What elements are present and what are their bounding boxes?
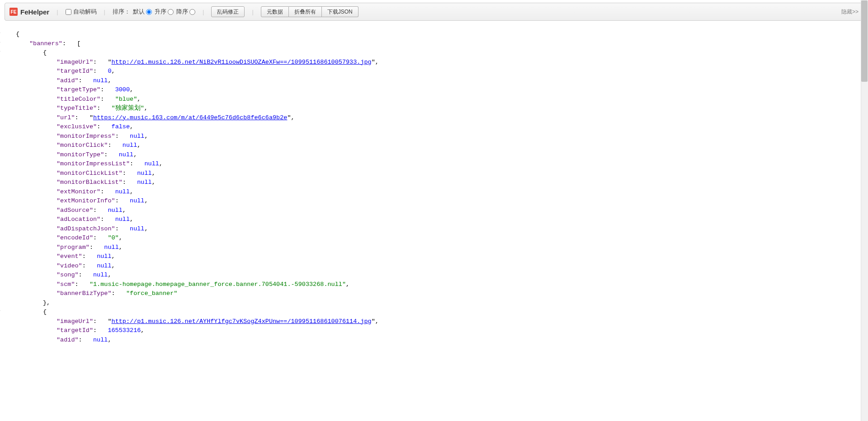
button-group: 元数据 折叠所有 下载JSON [261, 6, 359, 17]
json-row: "adid": null, [2, 336, 868, 345]
json-row: "encodeId": "0", [2, 234, 868, 243]
hide-toolbar-link[interactable]: 隐藏>> [841, 8, 859, 16]
json-row: "adSource": null, [2, 206, 868, 215]
toolbar: FE FeHelper | 自动解码 | 排序： 默认 升序 降序 | 乱码修正… [5, 3, 863, 21]
metadata-button[interactable]: 元数据 [261, 6, 289, 17]
divider: | [203, 9, 204, 15]
json-link[interactable]: http://p1.music.126.net/AYHfYlfgc7vKSogZ… [112, 317, 372, 327]
auto-decode-label: 自动解码 [73, 8, 97, 16]
logo: FE FeHelper [9, 8, 49, 16]
json-row: "monitorType": null, [2, 150, 868, 160]
scrollbar-thumb[interactable] [861, 0, 868, 82]
json-row: "adLocation": null, [2, 215, 868, 225]
toggle-icon[interactable] [0, 42, 0, 45]
json-row: { [2, 30, 868, 39]
json-row: "targetId": 0, [2, 67, 868, 76]
json-tree: {"banners": [{"imageUrl": "http://p1.mus… [0, 21, 868, 354]
json-row: "scm": "1.music-homepage.homepage_banner… [2, 280, 868, 290]
json-row: "imageUrl": "http://p1.music.126.net/NiB… [2, 58, 868, 67]
app-name: FeHelper [20, 8, 49, 16]
json-row: "titleColor": "blue", [2, 95, 868, 104]
json-row: "bannerBizType": "force_banner" [2, 289, 868, 299]
json-row: "monitorClickList": null, [2, 169, 868, 178]
logo-icon: FE [9, 8, 18, 16]
divider: | [104, 9, 105, 15]
json-row: "imageUrl": "http://p1.music.126.net/AYH… [2, 317, 868, 327]
collapse-all-button[interactable]: 折叠所有 [289, 6, 322, 17]
json-row: "typeTitle": "独家策划", [2, 104, 868, 113]
divider: | [57, 9, 58, 15]
sort-default-radio[interactable]: 默认 [133, 8, 152, 16]
json-row: { [2, 48, 868, 58]
scrollbar[interactable] [861, 0, 868, 354]
sort-desc-radio[interactable]: 降序 [176, 8, 195, 16]
json-link[interactable]: http://p1.music.126.net/NiB2vR1ioowDiSUO… [112, 58, 372, 67]
json-link[interactable]: https://y.music.163.com/m/at/6449e5c76d6… [93, 113, 287, 123]
json-row: "video": null, [2, 262, 868, 271]
json-row: "exclusive": false, [2, 122, 868, 132]
toggle-icon[interactable] [0, 33, 0, 36]
download-json-button[interactable]: 下载JSON [322, 6, 359, 17]
json-row: "monitorBlackList": null, [2, 178, 868, 187]
toggle-icon[interactable] [0, 51, 0, 54]
json-row: "adDispatchJson": null, [2, 225, 868, 234]
divider: | [252, 9, 253, 15]
json-row: }, [2, 299, 868, 308]
json-row: "targetType": 3000, [2, 85, 868, 95]
json-row: "monitorImpress": null, [2, 132, 868, 141]
auto-decode-checkbox[interactable]: 自动解码 [66, 8, 97, 16]
json-row: "event": null, [2, 252, 868, 262]
json-row: "url": "https://y.music.163.com/m/at/644… [2, 113, 868, 123]
toggle-icon[interactable] [0, 310, 0, 313]
auto-decode-input[interactable] [66, 9, 71, 15]
sort-asc-radio[interactable]: 升序 [155, 8, 174, 16]
json-row: "monitorClick": null, [2, 141, 868, 150]
json-row: "targetId": 165533216, [2, 326, 868, 336]
json-row: "program": null, [2, 243, 868, 253]
json-row: "adid": null, [2, 76, 868, 86]
json-row: "monitorImpressList": null, [2, 159, 868, 169]
fix-encoding-button[interactable]: 乱码修正 [211, 6, 245, 17]
json-row: "song": null, [2, 271, 868, 280]
json-row: { [2, 308, 868, 317]
sort-label: 排序： [113, 8, 130, 16]
sort-group: 排序： 默认 升序 降序 [113, 8, 195, 16]
json-row: "extMonitor": null, [2, 187, 868, 197]
json-row: "banners": [ [2, 39, 868, 49]
json-row: "extMonitorInfo": null, [2, 196, 868, 206]
